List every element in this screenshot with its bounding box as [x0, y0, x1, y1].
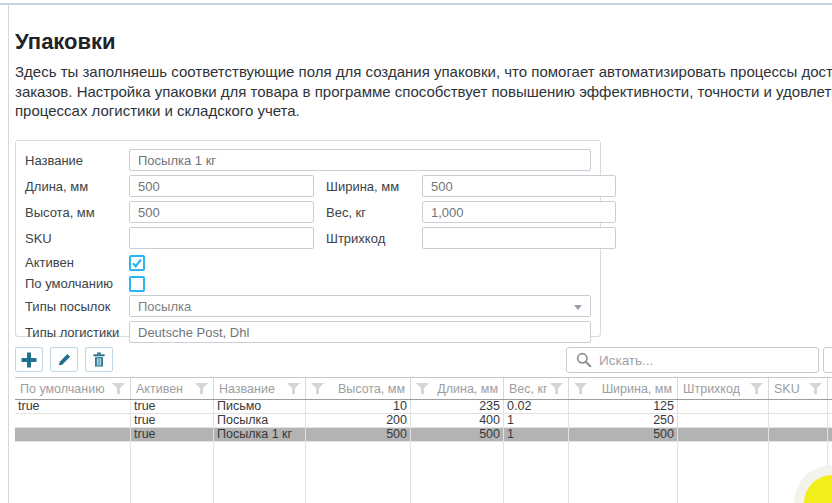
- delete-button[interactable]: [85, 347, 113, 372]
- grid-cell: Посылка 1 кг: [214, 428, 306, 441]
- grid-body: truetrueПисьмо102350.02125trueПосылка200…: [15, 400, 832, 442]
- grid-cell: 400: [411, 414, 504, 427]
- filter-icon[interactable]: [550, 383, 563, 394]
- active-label: Активен: [25, 255, 129, 270]
- grid-cell: [769, 414, 828, 427]
- description-line: процессах логистики и складского учета.: [15, 101, 832, 121]
- logistic-types-input[interactable]: [129, 321, 591, 343]
- grid-cell: [15, 428, 131, 441]
- name-label: Название: [25, 153, 129, 168]
- column-label: Высота, мм: [338, 382, 405, 396]
- form-row-dimensions-2: Высота, мм Вес, кг: [25, 201, 591, 223]
- parcel-types-select[interactable]: Посылка: [129, 295, 591, 317]
- table-row[interactable]: truetrueПисьмо102350.02125: [15, 400, 832, 414]
- trash-icon: [92, 352, 106, 367]
- name-input[interactable]: [129, 149, 591, 171]
- grid-cell: 500: [569, 428, 678, 441]
- grid-cell: [678, 400, 769, 413]
- grid-cell: [15, 414, 131, 427]
- description-line: заказов. Настройка упаковки для товара в…: [15, 82, 832, 102]
- grid-cell: true: [131, 400, 214, 413]
- edit-button[interactable]: [50, 347, 78, 372]
- barcode-label: Штрихкод: [326, 231, 422, 246]
- grid-cell: 1: [504, 428, 569, 441]
- grid-cell-filler: [828, 414, 832, 427]
- filter-icon[interactable]: [311, 383, 324, 394]
- form-row-default: По умолчанию: [25, 274, 591, 293]
- table-row[interactable]: trueПосылка2004001250: [15, 414, 832, 428]
- grid-cell: 0.02: [504, 400, 569, 413]
- grid-cell-filler: [828, 400, 832, 413]
- default-checkbox[interactable]: [129, 276, 145, 292]
- column-header[interactable]: Ширина, мм: [569, 378, 678, 399]
- empty-column-track: [569, 442, 678, 503]
- parcel-types-label: Типы посылок: [25, 299, 129, 314]
- grid-cell: true: [15, 400, 131, 413]
- height-input[interactable]: [129, 201, 314, 223]
- package-form: Название Длина, мм Ширина, мм Высота, мм…: [15, 140, 601, 337]
- empty-column-track: [504, 442, 569, 503]
- column-label: SKU: [774, 382, 800, 396]
- column-label: По умолчанию: [20, 382, 105, 396]
- filter-icon[interactable]: [809, 383, 822, 394]
- grid-cell-filler: [828, 428, 832, 441]
- grid-cell: Посылка: [214, 414, 306, 427]
- filter-icon[interactable]: [112, 383, 125, 394]
- grid-cell: 200: [306, 414, 411, 427]
- form-row-dimensions-1: Длина, мм Ширина, мм: [25, 175, 591, 197]
- column-header[interactable]: Активен: [131, 378, 214, 399]
- length-label: Длина, мм: [25, 179, 129, 194]
- barcode-input[interactable]: [422, 227, 616, 249]
- add-button[interactable]: [15, 347, 43, 372]
- grid-cell: 1: [504, 414, 569, 427]
- grid-empty-area: [15, 442, 832, 503]
- column-label: Название: [219, 382, 275, 396]
- active-checkbox[interactable]: [129, 255, 145, 271]
- filter-icon[interactable]: [287, 383, 300, 394]
- grid-cell: [769, 400, 828, 413]
- filter-icon[interactable]: [750, 383, 763, 394]
- column-chooser-button[interactable]: [823, 347, 832, 373]
- column-header[interactable]: Название: [214, 378, 306, 399]
- grid-cell: 125: [569, 400, 678, 413]
- width-input[interactable]: [422, 175, 616, 197]
- description-line: Здесь ты заполняешь соответствующие поля…: [15, 62, 832, 82]
- grid-cell: [678, 414, 769, 427]
- column-header[interactable]: Вес, кг: [504, 378, 569, 399]
- sku-label: SKU: [25, 231, 129, 246]
- form-row-logistic-types: Типы логистики: [25, 321, 591, 343]
- empty-column-track: [214, 442, 306, 503]
- search-box: [566, 347, 819, 373]
- packages-panel: Упаковки Здесь ты заполняешь соответству…: [8, 5, 832, 503]
- filter-icon[interactable]: [195, 383, 208, 394]
- filter-icon[interactable]: [416, 383, 429, 394]
- length-input[interactable]: [129, 175, 314, 197]
- grid-toolbar: [15, 347, 120, 372]
- weight-label: Вес, кг: [326, 205, 422, 220]
- filter-icon[interactable]: [574, 383, 587, 394]
- search-icon: [576, 352, 592, 368]
- empty-column-track: [678, 442, 769, 503]
- column-header[interactable]: По умолчанию: [15, 378, 131, 399]
- sku-input[interactable]: [129, 227, 314, 249]
- column-header[interactable]: Высота, мм: [306, 378, 411, 399]
- search-input[interactable]: [599, 353, 818, 368]
- column-header[interactable]: Штрихкод: [678, 378, 769, 399]
- column-label: Длина, мм: [437, 382, 498, 396]
- page-description: Здесь ты заполняешь соответствующие поля…: [15, 62, 832, 121]
- form-row-codes: SKU Штрихкод: [25, 227, 591, 249]
- table-row[interactable]: trueПосылка 1 кг5005001500: [15, 428, 832, 442]
- default-label: По умолчанию: [25, 276, 129, 291]
- form-row-active: Активен: [25, 253, 591, 272]
- width-label: Ширина, мм: [326, 179, 422, 194]
- column-label: Активен: [136, 382, 183, 396]
- column-header[interactable]: Длина, мм: [411, 378, 504, 399]
- column-header[interactable]: SKU: [769, 378, 828, 399]
- weight-input[interactable]: [422, 201, 616, 223]
- empty-column-track: [131, 442, 214, 503]
- form-row-name: Название: [25, 149, 591, 171]
- grid-header: По умолчаниюАктивенНазваниеВысота, ммДли…: [15, 378, 832, 400]
- packages-grid: По умолчаниюАктивенНазваниеВысота, ммДли…: [15, 377, 832, 503]
- grid-cell: 500: [306, 428, 411, 441]
- height-label: Высота, мм: [25, 205, 129, 220]
